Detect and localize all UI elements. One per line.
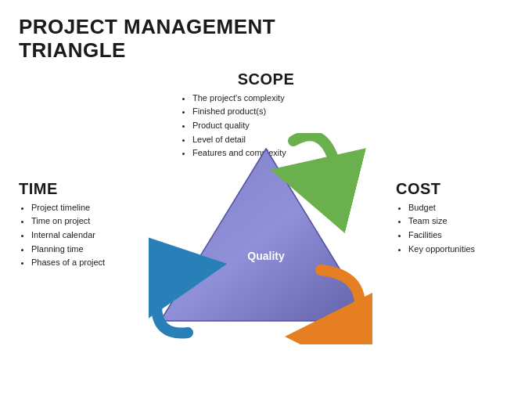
list-item: Internal calendar	[31, 229, 144, 243]
time-section: TIME Project timeline Time on project In…	[19, 180, 144, 270]
cost-section: COST Budget Team size Facilities Key opp…	[396, 180, 513, 256]
triangle-diagram: Quality	[149, 133, 383, 344]
list-item: Team size	[408, 214, 513, 229]
list-item: Product quality	[192, 119, 352, 133]
cost-list: Budget Team size Facilities Key opportun…	[396, 201, 513, 256]
time-list: Project timeline Time on project Interna…	[19, 201, 144, 270]
page-title: PROJECT MANAGEMENT TRIANGLE	[19, 16, 513, 63]
list-item: Planning time	[31, 243, 144, 257]
scope-heading: SCOPE	[180, 70, 352, 88]
list-item: Key opportunities	[408, 243, 513, 257]
cost-heading: COST	[396, 180, 513, 198]
list-item: Budget	[408, 201, 513, 215]
list-item: Finished product(s)	[192, 105, 352, 119]
list-item: Phases of a project	[31, 256, 144, 270]
time-heading: TIME	[19, 180, 144, 198]
svg-text:Quality: Quality	[247, 250, 285, 262]
diagram-area: SCOPE The project's complexity Finished …	[19, 70, 513, 368]
list-item: Project timeline	[31, 201, 144, 215]
main-container: PROJECT MANAGEMENT TRIANGLE SCOPE The pr…	[0, 0, 532, 407]
list-item: Facilities	[408, 229, 513, 243]
list-item: The project's complexity	[192, 92, 352, 106]
list-item: Time on project	[31, 214, 144, 229]
